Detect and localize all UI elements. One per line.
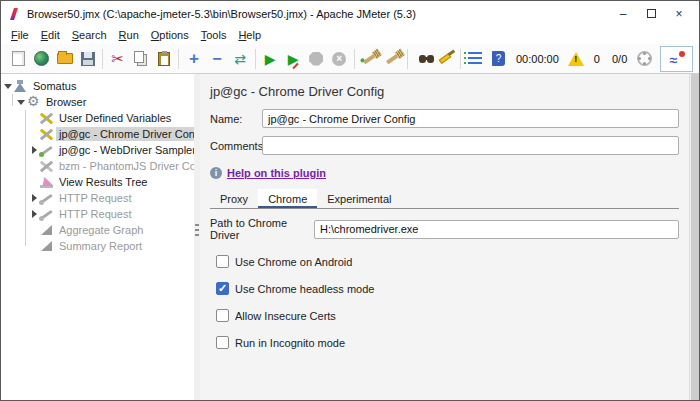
toolbar-separator xyxy=(102,49,103,69)
tree-item-test-plan[interactable]: Somatus xyxy=(1,78,194,94)
start-no-pauses-icon xyxy=(288,50,299,68)
tab-proxy[interactable]: Proxy xyxy=(210,189,258,208)
thread-count: 0/0 xyxy=(612,53,627,65)
function-helper-button[interactable] xyxy=(464,47,487,71)
shutdown-button[interactable] xyxy=(328,47,351,71)
tree-item-aggregate-graph[interactable]: Aggregate Graph xyxy=(1,222,194,238)
checkbox-icon[interactable] xyxy=(216,255,229,268)
new-file-icon xyxy=(12,51,25,66)
start-no-pauses-button[interactable] xyxy=(282,47,305,71)
config-tools-icon xyxy=(39,159,54,173)
checkbox-allow-insecure-certs[interactable]: Allow Insecure Certs xyxy=(216,309,679,322)
name-input[interactable] xyxy=(262,109,679,128)
open-file-icon xyxy=(57,53,73,64)
checkbox-use-chrome-headless-mode[interactable]: Use Chrome headless mode xyxy=(216,282,679,295)
copy-button[interactable] xyxy=(129,47,152,71)
save-icon xyxy=(81,52,95,66)
help-plugin-link[interactable]: Help on this plugin xyxy=(227,167,326,179)
tree-item-http-request-1[interactable]: HTTP Request xyxy=(1,190,194,206)
search-button[interactable] xyxy=(411,47,434,71)
config-tools-icon xyxy=(39,127,54,141)
menu-edit[interactable]: Edit xyxy=(35,28,66,42)
menu-options[interactable]: Options xyxy=(145,28,195,42)
menu-file[interactable]: File xyxy=(5,28,35,42)
test-plan-tree: Somatus Browser User Defined Variables j… xyxy=(1,74,194,400)
undo-redo-icon xyxy=(234,50,246,68)
paste-icon xyxy=(158,52,170,66)
clear-all-button[interactable] xyxy=(381,47,404,71)
sampler-dropper-icon xyxy=(39,143,54,157)
clear-all-icon xyxy=(386,53,399,64)
plugins-manager-button[interactable] xyxy=(660,46,693,72)
maximize-icon xyxy=(647,9,656,18)
expander-icon[interactable] xyxy=(3,84,13,89)
start-button[interactable] xyxy=(258,47,281,71)
help-button[interactable] xyxy=(487,47,510,71)
paste-button[interactable] xyxy=(152,47,175,71)
checkbox-icon[interactable] xyxy=(216,336,229,349)
maximize-button[interactable] xyxy=(637,4,665,24)
title-bar: Browser50.jmx (C:\apache-jmeter-5.3\bin\… xyxy=(1,1,699,26)
expander-icon[interactable] xyxy=(29,194,39,202)
chromedriver-path-label: Path to Chrome Driver xyxy=(210,217,314,241)
tree-item-chrome-driver-config[interactable]: jp@gc - Chrome Driver Config xyxy=(1,126,194,142)
vertical-scrollbar[interactable] xyxy=(689,74,699,400)
collapse-remove-button[interactable] xyxy=(205,47,228,71)
templates-button[interactable] xyxy=(30,47,53,71)
stop-button[interactable] xyxy=(305,47,328,71)
tree-item-webdriver-sampler[interactable]: jp@gc - WebDriver Sampler xyxy=(1,142,194,158)
chromedriver-path-row: Path to Chrome Driver xyxy=(210,217,679,241)
start-icon xyxy=(265,50,276,68)
divider-grip-icon xyxy=(195,224,199,238)
help-icon xyxy=(492,51,505,66)
help-row: i Help on this plugin xyxy=(210,167,679,179)
search-reset-icon xyxy=(439,53,452,64)
report-chart-icon xyxy=(39,239,54,253)
expander-icon[interactable] xyxy=(29,210,39,218)
tree-item-user-defined-variables[interactable]: User Defined Variables xyxy=(1,110,194,126)
expander-icon[interactable] xyxy=(29,146,39,154)
tree-item-view-results-tree[interactable]: View Results Tree xyxy=(1,174,194,190)
tab-experimental[interactable]: Experimental xyxy=(317,189,401,208)
new-file-button[interactable] xyxy=(7,47,30,71)
tree-item-thread-group[interactable]: Browser xyxy=(1,94,194,110)
plugins-manager-icon xyxy=(670,52,684,66)
menu-bar: File Edit Search Run Options Tools Help xyxy=(1,26,699,44)
toolbar-separator xyxy=(460,49,461,69)
minimize-button[interactable]: – xyxy=(609,4,637,24)
menu-tools[interactable]: Tools xyxy=(195,28,233,42)
stop-icon xyxy=(309,52,323,66)
scrollbar-thumb[interactable] xyxy=(691,74,699,400)
menu-help[interactable]: Help xyxy=(232,28,267,42)
tree-item-phantomjs-driver-config[interactable]: bzm - PhantomJS Driver Config xyxy=(1,158,194,174)
comments-input[interactable] xyxy=(262,136,679,155)
close-button[interactable]: × xyxy=(665,4,693,24)
thread-group-icon xyxy=(26,95,41,109)
cut-button[interactable] xyxy=(106,47,129,71)
chromedriver-path-input[interactable] xyxy=(314,220,679,239)
checkbox-icon[interactable] xyxy=(216,282,229,295)
tab-chrome[interactable]: Chrome xyxy=(258,189,317,208)
copy-icon xyxy=(134,51,144,63)
name-row: Name: xyxy=(210,109,679,128)
menu-search[interactable]: Search xyxy=(66,28,113,42)
checkbox-icon[interactable] xyxy=(216,309,229,322)
tree-item-http-request-2[interactable]: HTTP Request xyxy=(1,206,194,222)
split-pane-divider[interactable] xyxy=(194,74,200,400)
checkbox-run-in-incognito-mode[interactable]: Run in Incognito mode xyxy=(216,336,679,349)
tree-item-summary-report[interactable]: Summary Report xyxy=(1,238,194,254)
expander-icon[interactable] xyxy=(16,100,26,105)
threads-indicator xyxy=(633,47,656,71)
menu-run[interactable]: Run xyxy=(113,28,145,42)
clear-button[interactable] xyxy=(358,47,381,71)
toggle-button[interactable] xyxy=(228,47,251,71)
sampler-dropper-icon xyxy=(39,191,54,205)
search-reset-button[interactable] xyxy=(434,47,457,71)
open-file-button[interactable] xyxy=(53,47,76,71)
save-button[interactable] xyxy=(76,47,99,71)
log-errors-button[interactable] xyxy=(565,47,588,71)
checkbox-use-chrome-on-android[interactable]: Use Chrome on Android xyxy=(216,255,679,268)
config-tabs: Proxy Chrome Experimental xyxy=(210,189,679,209)
test-plan-icon xyxy=(13,79,28,93)
expand-add-button[interactable] xyxy=(182,47,205,71)
